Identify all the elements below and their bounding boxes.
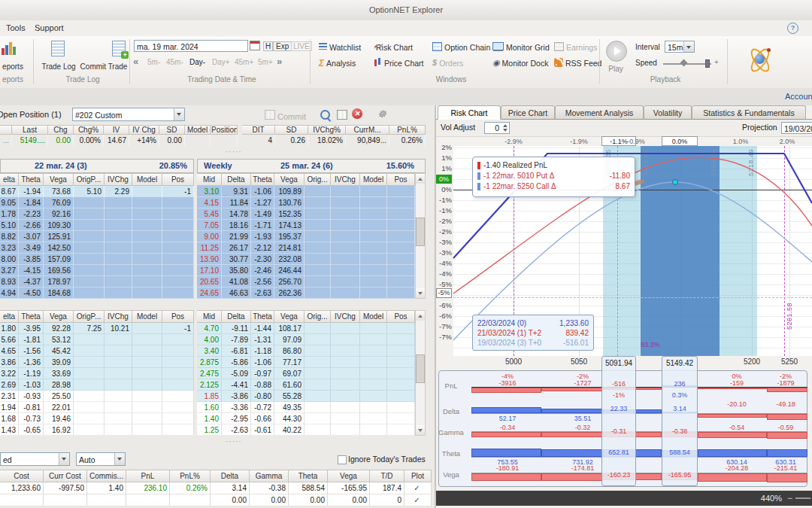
option-row[interactable]: 4.1511.84-1.27130.76 [197,197,415,208]
close-position-button[interactable]: ✕ [352,108,362,119]
option-header-row[interactable]: MidDeltaThetaVegaOrig...IVChgModelPos [197,310,415,323]
scrollbar-vertical[interactable] [415,173,426,299]
commit-button[interactable]: Commit [265,110,306,121]
scroll-up-icon[interactable] [416,174,425,184]
totals-row[interactable]: 0.000.000.000.000✓ [0,494,432,506]
ignore-trades-checkbox[interactable] [338,455,347,464]
h-button[interactable]: H [263,41,273,51]
option-row[interactable]: 8.00-3.85157.09 [0,254,194,265]
expiry-2-header[interactable]: Weekly 25 mar. 24 (6) 15.60% [197,159,426,173]
option-row[interactable]: 1.85-3.86-0.8055.28 [197,391,415,402]
option-row[interactable]: 13.9030.77-2.30232.08 [197,254,415,265]
option-row[interactable]: 9.05-1.8476.09 [0,197,194,208]
option-row[interactable]: 2.125-4.41-0.8861.60 [197,379,415,391]
splitter-grip[interactable]: ····· [226,148,242,156]
option-row[interactable]: 4.94-4.50184.68 [0,287,194,299]
price-chart-button[interactable]: Price Chart [374,58,424,71]
option-row[interactable]: 2.875-5.86-1.0677.17 [197,357,415,368]
scrollbar-vertical[interactable] [415,310,426,436]
speed-slider-thumb[interactable] [680,59,688,67]
risk-chart-button[interactable]: Risk Chart [374,42,413,55]
summary-row[interactable]: ...5149....0.000.00%14.67+14%0.00 [0,135,238,146]
option-row[interactable]: 9.0021.99-1.93195.37 [197,231,415,242]
option-row[interactable]: 8.93-4.37178.97 [0,276,194,287]
option-row[interactable]: 5.10-2.66109.30 [0,220,194,231]
option-row[interactable]: 7.0518.16-1.71174.13 [197,220,415,231]
option-row[interactable]: 17.1035.80-2.46246.44 [197,265,415,276]
nav-45m-plus[interactable]: 45m+ [235,58,253,66]
splitter-grip[interactable]: ····· [226,437,242,446]
analysis-button[interactable]: ΣAnalysis [319,58,356,71]
option-row[interactable]: 1.94-0.8122.01 [0,402,194,413]
option-row[interactable]: 20.6541.08-2.56256.70 [197,276,415,287]
summary-header-row[interactable]: DITSDIVChg%CurrM...PnL% [242,125,426,135]
zoom-slider[interactable] [795,497,810,499]
totals-header-row[interactable]: CostCurr CostCommis...PnLPnL%DeltaGammaT… [0,470,432,482]
option-header-row[interactable]: eltaThetaVegaOrigP...IVChgModelPos [0,173,194,186]
reports-icon[interactable] [2,42,16,55]
nav-day-plus[interactable]: Day+ [212,58,230,66]
orders-button[interactable]: $Orders [432,58,463,71]
interval-select[interactable]: 15m [665,41,695,53]
account-tab[interactable]: Account [785,92,812,101]
trade-log-icon[interactable] [51,41,65,56]
speed-slider[interactable] [663,63,711,65]
export-button[interactable] [337,110,347,121]
earnings-button[interactable]: Earnings [554,42,597,55]
option-row[interactable]: 4.00-7.89-1.3197.09 [197,334,415,345]
nav-45m-minus[interactable]: 45m- [166,58,183,66]
summary-header-row[interactable]: LastChgChg%IVIV ChgSDModelPosition [0,125,238,135]
option-row[interactable]: 1.60-3.36-0.7249.35 [197,402,415,413]
option-row[interactable]: 5.4514.78-1.49152.35 [197,208,415,220]
expiry-1-header[interactable]: 22 mar. 24 (3) 20.85% [0,159,194,173]
calendar-button[interactable] [250,41,260,52]
option-row[interactable]: 3.27-4.15169.56 [0,265,194,276]
commit-trade-button[interactable]: Commit Trade [75,62,132,71]
live-button[interactable]: LIVE [291,41,312,51]
monitor-dock-button[interactable]: ◉Monitor Dock [492,58,548,71]
option-row[interactable]: 8.82-3.07125.91 [0,231,194,242]
totals-row[interactable]: 1,233.60-997.501.40236.100.26%3.14-0.385… [0,482,432,494]
option-row[interactable]: 4.65-1.5645.42 [0,345,194,357]
summary-row[interactable]: 40.2618.02%90,849...0.26% [242,135,426,146]
option-row[interactable]: 11.2526.17-2.12214.81 [197,242,415,254]
option-row[interactable]: 2.31-0.9325.50 [0,391,194,402]
option-header-row[interactable]: eltaThetaVegaOrigP...IVChgModelPos [0,310,194,323]
option-row[interactable]: 3.23-3.49142.50 [0,242,194,254]
option-row[interactable]: 1.68-0.7319.46 [0,413,194,424]
scroll-thumb[interactable] [416,354,425,383]
commit-trade-icon[interactable]: + [112,41,126,56]
option-row[interactable]: 3.22-1.1933.69 [0,368,194,379]
exp-button[interactable]: Exp [273,41,292,51]
chart-legend[interactable]: -1.40 Realized PnL -1 22mar. 5010 Put Δ-… [472,157,635,197]
option-row[interactable]: 1.43-0.6516.92 [0,424,194,436]
play-button[interactable] [606,41,627,62]
option-row[interactable]: 5.66-1.8153.12 [0,334,194,345]
position-selector[interactable]: #202 Custom [72,108,185,121]
nav-5m-plus[interactable]: 5m+ [258,58,273,66]
option-row[interactable]: 3.40-6.81-1.1886.80 [197,345,415,357]
trading-date-input[interactable]: ma. 19 mar. 2024 [134,40,248,52]
next-step-button[interactable]: » [277,56,282,67]
option-row[interactable]: 1.80-3.9592.287.2510.21-1 [0,323,194,334]
nav-day-minus[interactable]: Day- [189,58,205,66]
option-row[interactable]: 1.78-2.2392.16 [0,208,194,220]
option-row[interactable]: 3.109.31-1.06109.89 [197,186,415,197]
pnl-info-box[interactable]: 22/03/2024 (0)1,233.60 21/03/2024 (1) T+… [472,315,594,351]
option-row[interactable]: 4.70-9.11-1.44108.17 [197,323,415,334]
menu-tools[interactable]: Tools [6,23,26,32]
option-row[interactable]: 24.6546.63-2.63262.36 [197,287,415,299]
scroll-thumb[interactable] [416,217,425,246]
option-row[interactable]: 2.69-1.0328.98 [0,379,194,391]
nav-5m-minus[interactable]: 5m- [147,58,160,66]
option-row[interactable]: 8.67-1.9473.685.102.29-1 [0,186,194,197]
scroll-down-icon[interactable] [416,425,425,435]
option-row[interactable]: 1.25-2.63-0.6140.22 [197,424,415,436]
position-mode-select[interactable]: ed [0,452,70,466]
option-row[interactable]: 3.86-1.3639.09 [0,357,194,368]
zoom-out-icon[interactable]: − [787,493,792,503]
option-row[interactable]: 1.40-2.95-0.6644.30 [197,413,415,424]
option-chain-button[interactable]: Option Chain [432,42,490,55]
rss-feed-button[interactable]: RSS Feed [554,58,601,71]
option-header-row[interactable]: MidDeltaThetaVegaOrig...IVChgModelPos [197,173,415,186]
